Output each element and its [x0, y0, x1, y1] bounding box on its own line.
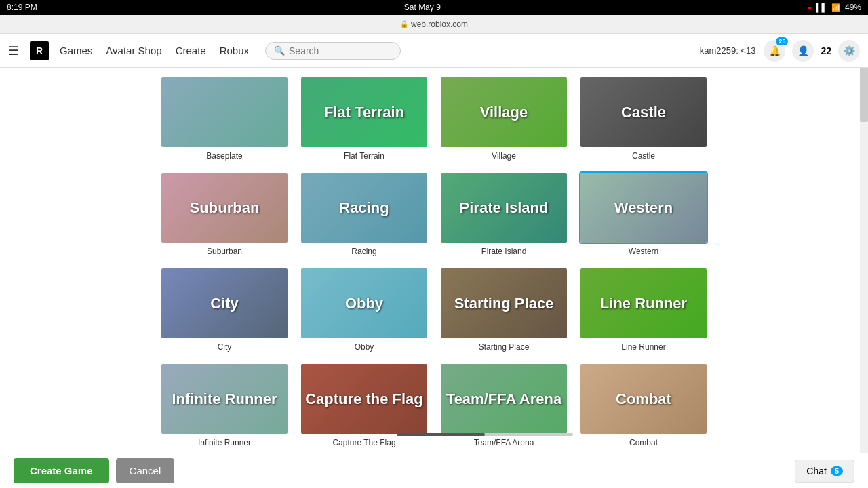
chat-badge: 5 — [831, 466, 843, 476]
template-label-village: Village — [492, 151, 516, 161]
scrollbar-thumb[interactable] — [860, 68, 868, 122]
template-label-infinite-runner: Infinite Runner — [198, 438, 251, 447]
nav-icons: 🔔 25 👤 22 ⚙️ — [764, 40, 860, 62]
template-item-flat-terrain[interactable]: Flat TerrainFlat Terrain — [300, 76, 429, 161]
template-label-racing: Racing — [351, 247, 376, 256]
template-thumb-flat-terrain: Flat Terrain — [300, 76, 429, 148]
lock-icon: 🔒 — [400, 20, 408, 28]
search-input[interactable] — [289, 45, 392, 56]
template-thumb-baseplate — [160, 76, 289, 148]
template-label-castle: Castle — [632, 151, 655, 161]
scroll-thumb[interactable] — [397, 433, 485, 436]
template-item-castle[interactable]: CastleCastle — [579, 76, 708, 161]
template-label-obby: Obby — [355, 342, 374, 352]
template-thumb-infinite-runner: Infinite Runner — [160, 363, 289, 435]
template-image-team-ffa: Team/FFA Arena — [441, 364, 567, 434]
template-item-suburban[interactable]: SuburbanSuburban — [160, 171, 289, 256]
template-item-pirate-island[interactable]: Pirate IslandPirate Island — [439, 171, 568, 256]
notifications-button[interactable]: 🔔 25 — [764, 40, 785, 62]
menu-icon[interactable]: ☰ — [8, 43, 19, 58]
search-bar[interactable]: 🔍 — [265, 42, 401, 60]
template-image-village: Village — [441, 77, 567, 147]
chat-count: 22 — [821, 45, 831, 56]
template-item-combat[interactable]: CombatCombat — [579, 363, 708, 447]
template-image-infinite-runner: Infinite Runner — [161, 364, 288, 434]
template-label-suburban: Suburban — [207, 247, 242, 256]
template-image-flat-terrain: Flat Terrain — [301, 77, 427, 147]
status-time: 8:19 PM — [7, 3, 37, 12]
bottom-bar: Create Game Cancel Chat 5 — [0, 453, 868, 488]
chat-button[interactable]: Chat 5 — [795, 460, 854, 483]
template-item-obby[interactable]: ObbyObby — [300, 267, 429, 352]
avatar-button[interactable]: 👤 — [792, 40, 814, 62]
template-thumb-racing: Racing — [300, 171, 429, 244]
status-bar: 8:19 PM Sat May 9 ● ▌▌ 📶 49% — [0, 0, 868, 15]
username: kam2259: <13 — [700, 45, 756, 56]
status-record: ● — [808, 4, 812, 12]
nav-avatar-shop[interactable]: Avatar Shop — [106, 42, 161, 59]
template-label-baseplate: Baseplate — [206, 151, 242, 161]
template-item-village[interactable]: VillageVillage — [439, 76, 568, 161]
template-image-baseplate — [161, 77, 288, 147]
template-thumb-obby: Obby — [300, 267, 429, 340]
template-thumb-western: Western — [579, 171, 708, 244]
template-image-city: City — [161, 268, 288, 338]
status-signal: ▌▌ — [816, 3, 827, 12]
notification-badge: 25 — [776, 37, 788, 45]
template-thumb-team-ffa: Team/FFA Arena — [439, 363, 568, 435]
template-item-line-runner[interactable]: Line RunnerLine Runner — [579, 267, 708, 352]
template-label-team-ffa: Team/FFA Arena — [474, 438, 534, 447]
nav-links: Games Avatar Shop Create Robux — [60, 42, 249, 59]
template-thumb-village: Village — [439, 76, 568, 148]
template-item-racing[interactable]: RacingRacing — [300, 171, 429, 256]
roblox-logo[interactable]: R — [30, 41, 49, 60]
scroll-track — [397, 433, 573, 436]
nav-right: kam2259: <13 🔔 25 👤 22 ⚙️ — [700, 40, 860, 62]
template-image-racing: Racing — [301, 173, 427, 243]
template-image-castle: Castle — [580, 77, 707, 147]
template-label-pirate-island: Pirate Island — [481, 247, 527, 256]
search-icon: 🔍 — [274, 45, 285, 56]
cancel-button[interactable]: Cancel — [116, 458, 175, 483]
nav-robux[interactable]: Robux — [220, 42, 249, 59]
template-image-western: Western — [580, 173, 707, 243]
template-label-starting-place: Starting Place — [479, 342, 530, 352]
template-image-pirate-island: Pirate Island — [441, 173, 567, 243]
status-battery: 49% — [845, 3, 861, 12]
status-wifi: 📶 — [831, 3, 841, 12]
template-thumb-castle: Castle — [579, 76, 708, 148]
template-thumb-suburban: Suburban — [160, 171, 289, 244]
template-item-starting-place[interactable]: Starting PlaceStarting Place — [439, 267, 568, 352]
template-thumb-pirate-island: Pirate Island — [439, 171, 568, 244]
template-item-western[interactable]: WesternWestern — [579, 171, 708, 256]
url-text: web.roblox.com — [411, 20, 468, 29]
template-item-baseplate[interactable]: Baseplate — [160, 76, 289, 161]
template-thumb-capture-flag: Capture the Flag — [300, 363, 429, 435]
nav-games[interactable]: Games — [60, 42, 92, 59]
settings-button[interactable]: ⚙️ — [838, 40, 860, 62]
status-right: ● ▌▌ 📶 49% — [808, 3, 861, 12]
logo-text: R — [36, 45, 43, 56]
template-item-city[interactable]: CityCity — [160, 267, 289, 352]
template-image-capture-flag: Capture the Flag — [301, 364, 427, 434]
chat-label: Chat — [806, 466, 827, 476]
template-label-capture-flag: Capture The Flag — [332, 438, 395, 447]
template-thumb-starting-place: Starting Place — [439, 267, 568, 340]
create-game-button[interactable]: Create Game — [14, 458, 109, 483]
template-image-obby: Obby — [301, 268, 427, 338]
template-thumb-combat: Combat — [579, 363, 708, 435]
template-image-line-runner: Line Runner — [580, 268, 707, 338]
template-label-western: Western — [629, 247, 658, 256]
right-scrollbar[interactable] — [860, 68, 868, 453]
main-content: BaseplateFlat TerrainFlat TerrainVillage… — [0, 68, 868, 453]
template-thumb-line-runner: Line Runner — [579, 267, 708, 340]
template-image-suburban: Suburban — [161, 173, 288, 243]
template-label-city: City — [218, 342, 232, 352]
nav-create[interactable]: Create — [176, 42, 206, 59]
nav-bar: ☰ R Games Avatar Shop Create Robux 🔍 kam… — [0, 34, 868, 68]
template-label-combat: Combat — [629, 438, 658, 447]
template-thumb-city: City — [160, 267, 289, 340]
template-image-starting-place: Starting Place — [441, 268, 567, 338]
url-bar: 🔒 web.roblox.com — [0, 15, 868, 34]
template-item-infinite-runner[interactable]: Infinite RunnerInfinite Runner — [160, 363, 289, 447]
